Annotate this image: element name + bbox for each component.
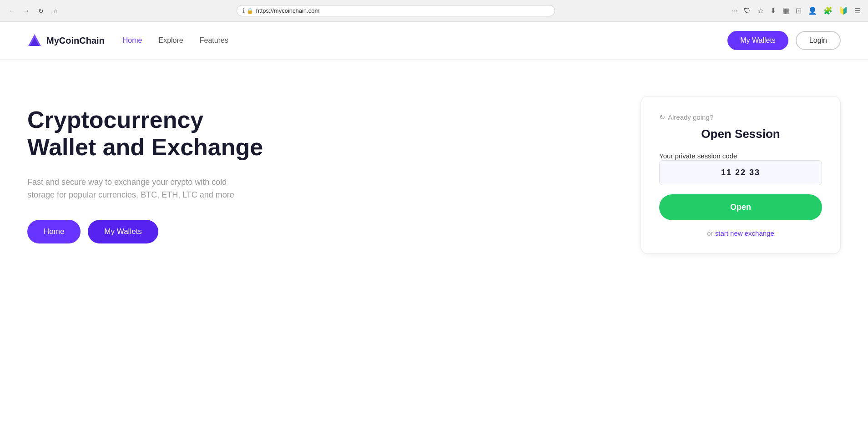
start-new-exchange-link[interactable]: start new exchange xyxy=(715,229,774,237)
session-title: Open Session xyxy=(659,127,822,141)
hero-title: Cryptocurrency Wallet and Exchange xyxy=(27,106,613,161)
forward-button[interactable]: → xyxy=(20,5,33,17)
reading-list-icon[interactable]: 🛡 xyxy=(742,5,753,17)
session-code-input[interactable] xyxy=(659,160,822,185)
account-icon[interactable]: 👤 xyxy=(806,5,819,17)
bookmark-icon[interactable]: ☆ xyxy=(756,5,766,17)
session-card: ↻ Already going? Open Session Your priva… xyxy=(641,96,841,254)
info-icon: ℹ xyxy=(242,7,245,14)
my-wallets-button[interactable]: My Wallets xyxy=(727,31,788,50)
home-button[interactable]: ⌂ xyxy=(49,5,62,17)
browser-chrome: ← → ↻ ⌂ ℹ 🔒 https://mycoinchain.com ··· … xyxy=(0,0,868,22)
nav-links: Home Explore Features xyxy=(123,36,727,45)
tab-icon[interactable]: ⊡ xyxy=(794,5,803,17)
menu-icon[interactable]: ☰ xyxy=(853,5,863,17)
hero-subtitle: Fast and secure way to exchange your cry… xyxy=(27,176,246,202)
nav-buttons: ← → ↻ ⌂ xyxy=(5,5,62,17)
address-bar[interactable]: ℹ 🔒 https://mycoinchain.com xyxy=(237,5,555,16)
hero-home-button[interactable]: Home xyxy=(27,220,81,243)
url-text: https://mycoinchain.com xyxy=(256,7,319,14)
sidebar-icon[interactable]: ▦ xyxy=(781,5,791,17)
nav-actions: My Wallets Login xyxy=(727,31,841,50)
shield-icon[interactable]: 🔰 xyxy=(837,5,850,17)
hero-buttons: Home My Wallets xyxy=(27,220,613,243)
navbar: MyCoinChain Home Explore Features My Wal… xyxy=(0,22,868,60)
reload-button[interactable]: ↻ xyxy=(35,5,47,17)
hero-section: Cryptocurrency Wallet and Exchange Fast … xyxy=(0,60,868,290)
logo-link[interactable]: MyCoinChain xyxy=(27,33,105,48)
or-start-text: or start new exchange xyxy=(659,229,822,237)
login-button[interactable]: Login xyxy=(796,31,841,50)
hero-wallets-button[interactable]: My Wallets xyxy=(88,220,158,243)
more-tools-icon[interactable]: ··· xyxy=(730,5,739,17)
back-button[interactable]: ← xyxy=(5,5,18,17)
logo-icon xyxy=(27,33,42,48)
logo-text: MyCoinChain xyxy=(46,35,105,46)
session-input-label: Your private session code xyxy=(659,152,737,160)
secure-icon: 🔒 xyxy=(247,8,253,14)
nav-home-link[interactable]: Home xyxy=(123,36,142,44)
already-going-label: ↻ Already going? xyxy=(659,113,822,122)
extensions-icon[interactable]: 🧩 xyxy=(822,5,834,17)
open-session-button[interactable]: Open xyxy=(659,194,822,220)
browser-toolbar-right: ··· 🛡 ☆ ⬇ ▦ ⊡ 👤 🧩 🔰 ☰ xyxy=(730,5,863,17)
nav-features-link[interactable]: Features xyxy=(200,36,228,44)
download-icon[interactable]: ⬇ xyxy=(768,5,778,17)
site-wrapper: MyCoinChain Home Explore Features My Wal… xyxy=(0,22,868,436)
refresh-icon: ↻ xyxy=(659,113,665,122)
nav-explore-link[interactable]: Explore xyxy=(158,36,183,44)
hero-content: Cryptocurrency Wallet and Exchange Fast … xyxy=(27,106,613,243)
